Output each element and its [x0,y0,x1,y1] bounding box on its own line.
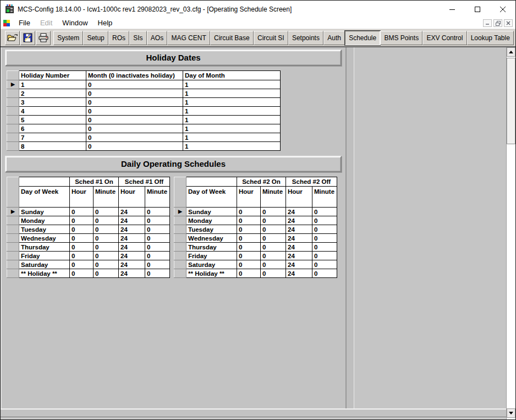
off-hour-cell[interactable]: 24 [119,243,145,252]
off-minute-cell[interactable]: 0 [312,216,337,225]
row-selector[interactable] [7,98,19,107]
off-minute-cell[interactable]: 0 [312,225,337,234]
off-minute-cell[interactable]: 0 [312,269,337,278]
menu-item[interactable]: Edit [35,18,57,28]
row-selector[interactable] [7,133,19,142]
off-minute-cell[interactable]: 0 [145,260,170,269]
holiday-number-cell[interactable]: 1 [19,80,86,89]
off-minute-cell[interactable]: 0 [145,234,170,243]
day-of-week-cell[interactable]: Saturday [19,260,70,269]
open-file-button[interactable] [5,31,20,45]
toolbar-button[interactable]: AOs [147,31,168,45]
holiday-month-cell[interactable]: 0 [86,133,183,142]
on-minute-cell[interactable]: 0 [261,252,286,260]
toolbar-button[interactable]: Schedule [345,31,380,45]
day-of-week-cell[interactable]: Wednesday [186,234,237,243]
row-selector[interactable] [7,243,19,252]
toolbar-button[interactable]: Circuit SI [254,31,288,45]
off-hour-cell[interactable]: 24 [286,208,312,216]
off-minute-cell[interactable]: 0 [312,234,337,243]
holiday-day-cell[interactable]: 1 [183,89,281,98]
save-button[interactable] [20,31,35,45]
on-minute-cell[interactable]: 0 [94,243,119,252]
holiday-month-cell[interactable]: 0 [86,98,183,107]
off-hour-cell[interactable]: 24 [119,260,145,269]
holiday-number-cell[interactable]: 3 [19,98,86,107]
day-of-week-cell[interactable]: Sunday [19,208,70,216]
toolbar-button[interactable]: ROs [108,31,129,45]
holiday-month-cell[interactable]: 0 [86,89,183,98]
day-of-week-cell[interactable]: Tuesday [186,225,237,234]
holiday-day-cell[interactable]: 1 [183,98,281,107]
holiday-day-cell[interactable]: 1 [183,116,281,124]
toolbar-button[interactable]: SIs [129,31,147,45]
on-hour-cell[interactable]: 0 [237,252,261,260]
off-minute-cell[interactable]: 0 [312,260,337,269]
off-hour-cell[interactable]: 24 [119,252,145,260]
row-selector[interactable] [174,234,186,243]
on-minute-cell[interactable]: 0 [94,252,119,260]
maximize-button[interactable] [465,1,490,18]
off-hour-cell[interactable]: 24 [286,234,312,243]
on-minute-cell[interactable]: 0 [94,260,119,269]
mdi-restore-button[interactable] [493,19,502,27]
off-minute-cell[interactable]: 0 [145,269,170,278]
toolbar-button[interactable]: Circuit Base [210,31,254,45]
scroll-down-button[interactable] [507,408,515,418]
off-hour-cell[interactable]: 24 [286,269,312,278]
toolbar-button[interactable]: Lookup Table [467,31,514,45]
scroll-up-button[interactable] [507,47,515,57]
mdi-close-button[interactable] [504,19,513,27]
row-selector[interactable] [7,234,19,243]
on-minute-cell[interactable]: 0 [94,225,119,234]
day-of-week-cell[interactable]: Wednesday [19,234,70,243]
on-hour-cell[interactable]: 0 [70,252,94,260]
row-selector[interactable] [7,89,19,98]
day-of-week-cell[interactable]: Tuesday [19,225,70,234]
row-selector[interactable] [7,252,19,260]
day-of-week-cell[interactable]: Friday [186,252,237,260]
on-hour-cell[interactable]: 0 [70,216,94,225]
day-of-week-cell[interactable]: Sunday [186,208,237,216]
holiday-month-cell[interactable]: 0 [86,116,183,124]
close-button[interactable] [490,1,515,18]
menu-item[interactable]: File [14,18,35,28]
row-selector[interactable] [7,260,19,269]
mdi-minimize-button[interactable] [483,19,492,27]
day-of-week-cell[interactable]: Thursday [186,243,237,252]
row-selector[interactable] [174,216,186,225]
day-of-week-cell[interactable]: ** Holiday ** [19,269,70,278]
off-minute-cell[interactable]: 0 [145,216,170,225]
row-selector[interactable] [174,260,186,269]
on-minute-cell[interactable]: 0 [94,216,119,225]
off-hour-cell[interactable]: 24 [119,216,145,225]
row-selector[interactable] [7,107,19,116]
holiday-month-cell[interactable]: 0 [86,124,183,133]
row-selector[interactable] [174,252,186,260]
off-minute-cell[interactable]: 0 [312,252,337,260]
toolbar-button[interactable]: Auth [323,31,345,45]
menu-item[interactable]: Help [93,18,118,28]
on-hour-cell[interactable]: 0 [237,260,261,269]
on-hour-cell[interactable]: 0 [70,234,94,243]
row-selector[interactable]: ▶ [174,208,186,216]
holiday-month-cell[interactable]: 0 [86,142,183,151]
day-of-week-cell[interactable]: Saturday [186,260,237,269]
off-minute-cell[interactable]: 0 [145,252,170,260]
off-hour-cell[interactable]: 24 [286,260,312,269]
on-minute-cell[interactable]: 0 [94,208,119,216]
holiday-number-cell[interactable]: 5 [19,116,86,124]
minimize-button[interactable] [440,1,465,18]
off-hour-cell[interactable]: 24 [119,225,145,234]
row-selector[interactable] [174,269,186,278]
off-hour-cell[interactable]: 24 [286,225,312,234]
on-minute-cell[interactable]: 0 [261,208,286,216]
scrollbar-thumb[interactable] [507,58,515,144]
holiday-day-cell[interactable]: 1 [183,133,281,142]
off-hour-cell[interactable]: 24 [119,234,145,243]
day-of-week-cell[interactable]: Monday [186,216,237,225]
off-hour-cell[interactable]: 24 [286,252,312,260]
on-hour-cell[interactable]: 0 [70,208,94,216]
day-of-week-cell[interactable]: Monday [19,216,70,225]
on-minute-cell[interactable]: 0 [261,269,286,278]
